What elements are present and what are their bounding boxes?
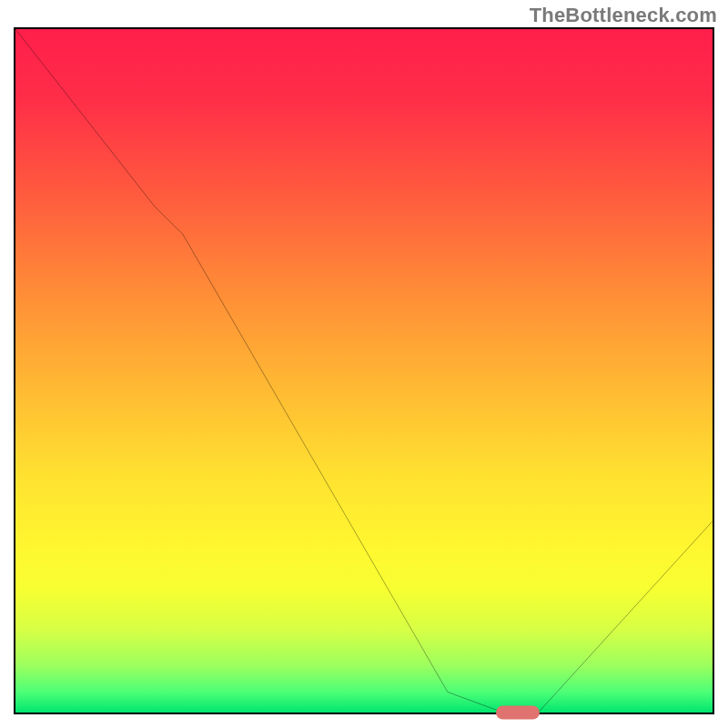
chart-plot-area [14, 27, 714, 714]
chart-stage: TheBottleneck.com [0, 0, 728, 728]
watermark-text: TheBottleneck.com [530, 4, 717, 27]
series-path [15, 29, 713, 713]
line-curve [15, 29, 713, 713]
optimal-marker [496, 706, 540, 720]
